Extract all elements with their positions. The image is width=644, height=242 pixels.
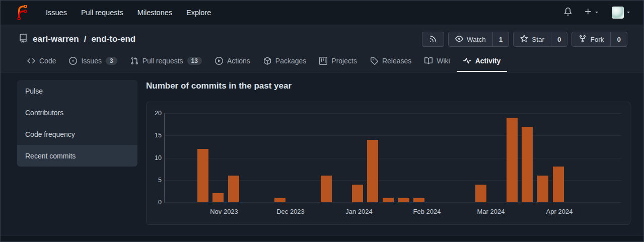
commit-bar xyxy=(228,176,239,202)
tab-wiki[interactable]: Wiki xyxy=(418,51,456,72)
x-axis-tick-label: Dec 2023 xyxy=(276,208,305,215)
x-axis-tick-label: Jan 2024 xyxy=(345,208,373,215)
commit-bar xyxy=(507,118,518,202)
y-axis-tick-label: 15 xyxy=(147,131,162,139)
sidebar-item-pulse[interactable]: Pulse xyxy=(17,80,137,102)
repo-path-separator: / xyxy=(84,34,87,44)
x-axis-tick-label: Nov 2023 xyxy=(210,208,238,215)
repo-header: earl-warren / end-to-end Watch1Star0Fork… xyxy=(1,25,643,72)
watch-button[interactable]: Watch1 xyxy=(448,32,509,47)
repo-tabs: CodeIssues3Pull requests13ActionsPackage… xyxy=(1,51,643,72)
repo-breadcrumb: earl-warren / end-to-end xyxy=(19,34,135,45)
commit-bar xyxy=(413,198,424,202)
star-button[interactable]: Star0 xyxy=(513,32,567,47)
user-menu-button[interactable] xyxy=(612,7,631,19)
navbar-left: IssuesPull requestsMilestonesExplore xyxy=(15,5,211,20)
fork-icon xyxy=(579,35,587,44)
tab-releases-label: Releases xyxy=(382,57,411,65)
navbar-link-explore[interactable]: Explore xyxy=(186,9,211,17)
notifications-button[interactable] xyxy=(564,8,572,18)
footer-strip xyxy=(1,235,643,241)
page-body: PulseContributorsCode frequencyRecent co… xyxy=(1,72,643,235)
tab-pull-requests[interactable]: Pull requests13 xyxy=(124,51,208,72)
commit-bar xyxy=(321,176,332,202)
forgejo-logo[interactable] xyxy=(15,5,30,20)
commit-bar xyxy=(553,167,564,202)
page: IssuesPull requestsMilestonesExplore ear… xyxy=(0,0,644,242)
navbar-link-milestones[interactable]: Milestones xyxy=(137,9,172,17)
chart-title: Number of commits in the past year xyxy=(146,80,630,92)
code-icon xyxy=(27,57,35,65)
commit-bar xyxy=(367,140,378,202)
caret-down-icon xyxy=(625,8,631,17)
issues-count-badge: 3 xyxy=(106,57,117,65)
commit-bar xyxy=(352,185,363,202)
project-icon xyxy=(319,57,327,65)
rss-icon xyxy=(429,35,437,44)
repo-title-row: earl-warren / end-to-end Watch1Star0Fork… xyxy=(1,25,643,47)
commits-bar-chart: 20151050Nov 2023Dec 2023Jan 2024Feb 2024… xyxy=(147,102,630,224)
forgejo-logo-icon xyxy=(15,5,30,20)
tab-releases[interactable]: Releases xyxy=(364,51,418,72)
tab-issues-label: Issues xyxy=(81,57,101,65)
tab-wiki-label: Wiki xyxy=(437,57,450,65)
tab-projects-label: Projects xyxy=(331,57,357,65)
watch-label: Watch xyxy=(467,36,486,43)
repo-icon xyxy=(19,34,28,45)
repo-name-link[interactable]: end-to-end xyxy=(91,34,135,44)
tab-activity[interactable]: Activity xyxy=(457,51,508,72)
y-axis-line xyxy=(164,113,165,203)
star-count[interactable]: 0 xyxy=(551,32,567,46)
tab-packages[interactable]: Packages xyxy=(257,51,313,72)
y-axis-tick-label: 5 xyxy=(147,176,162,184)
tab-pull-requests-label: Pull requests xyxy=(142,57,183,65)
plus-icon xyxy=(584,8,592,18)
sidebar-item-contributors[interactable]: Contributors xyxy=(17,102,137,123)
grid-line xyxy=(164,113,622,114)
create-new-button[interactable] xyxy=(584,8,600,18)
y-axis-tick-label: 10 xyxy=(147,154,162,162)
fork-label: Fork xyxy=(590,36,604,43)
rss-button[interactable] xyxy=(422,32,444,47)
sidebar-item-code-frequency[interactable]: Code frequency xyxy=(17,123,137,145)
fork-count[interactable]: 0 xyxy=(610,32,627,46)
grid-line xyxy=(164,158,622,158)
tab-issues[interactable]: Issues3 xyxy=(62,51,123,72)
bell-icon xyxy=(564,8,572,18)
tab-activity-label: Activity xyxy=(475,57,501,65)
chart-card: 20151050Nov 2023Dec 2023Jan 2024Feb 2024… xyxy=(146,102,630,225)
watch-count[interactable]: 1 xyxy=(492,32,509,46)
activity-sidebar: PulseContributorsCode frequencyRecent co… xyxy=(17,80,137,167)
main-content: Number of commits in the past year 20151… xyxy=(146,80,630,225)
tag-icon xyxy=(370,57,378,65)
x-axis-tick-label: Mar 2024 xyxy=(477,208,505,215)
package-icon xyxy=(263,57,271,65)
play-icon xyxy=(215,57,223,65)
pull-requests-count-badge: 13 xyxy=(187,57,202,65)
star-icon xyxy=(520,35,528,44)
tab-actions-label: Actions xyxy=(227,57,250,65)
commit-bar xyxy=(398,198,409,202)
navbar-link-pull-requests[interactable]: Pull requests xyxy=(81,9,123,17)
tab-actions[interactable]: Actions xyxy=(208,51,257,72)
git-pull-request-icon xyxy=(130,57,138,65)
commit-bar xyxy=(274,198,285,202)
fork-button[interactable]: Fork0 xyxy=(571,32,627,47)
commit-bar xyxy=(537,176,548,202)
navbar: IssuesPull requestsMilestonesExplore xyxy=(1,1,643,25)
commit-bar xyxy=(522,127,533,202)
tab-code-label: Code xyxy=(39,57,56,65)
navbar-right xyxy=(564,7,631,19)
x-axis-tick-label: Feb 2024 xyxy=(413,208,441,215)
pulse-icon xyxy=(463,57,471,65)
tab-projects[interactable]: Projects xyxy=(313,51,364,72)
commit-bar xyxy=(212,193,224,202)
repo-owner-link[interactable]: earl-warren xyxy=(33,34,79,44)
sidebar-item-recent-commits[interactable]: Recent commits xyxy=(17,145,137,167)
tab-packages-label: Packages xyxy=(275,57,306,65)
y-axis-tick-label: 20 xyxy=(147,109,162,117)
navbar-link-issues[interactable]: Issues xyxy=(46,9,67,17)
tab-code[interactable]: Code xyxy=(21,51,62,72)
navbar-links: IssuesPull requestsMilestonesExplore xyxy=(46,9,211,17)
commit-bar xyxy=(383,198,394,202)
